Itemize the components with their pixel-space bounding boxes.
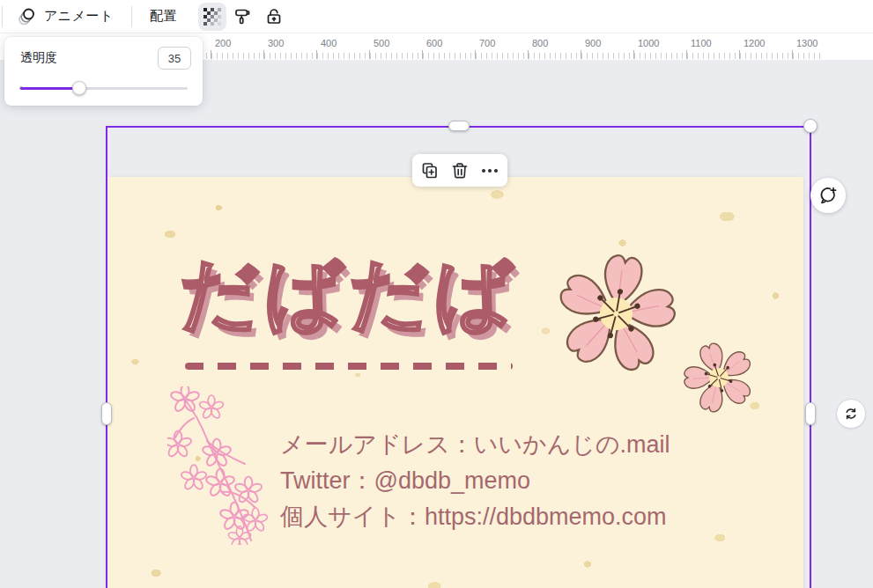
unlock-icon [264,7,284,26]
duplicate-icon [420,161,440,180]
top-toolbar: アニメート 配置 [0,0,873,33]
add-comment-button[interactable] [810,178,846,213]
flower-branch-lineart [167,386,273,545]
canvas-workspace[interactable]: だばだば [0,60,873,588]
rotate-button[interactable] [836,399,866,429]
ruler-label: 300 [268,38,284,48]
selection-handle-top[interactable] [448,121,470,131]
duplicate-button[interactable] [416,157,444,184]
more-options-button[interactable] [476,157,504,184]
sakura-flower-large [537,235,696,393]
decorative-dashed-line [185,363,513,370]
design-page[interactable]: だばだば [107,177,803,588]
more-options-icon [482,169,498,173]
ruler-label: 1100 [691,38,712,48]
card-title-text[interactable]: だばだば [180,249,518,338]
contact-line-email[interactable]: メールアドレス：いいかんじの.mail [280,427,670,463]
transparency-button[interactable] [198,3,226,31]
comment-add-icon [818,185,839,206]
slider-thumb[interactable] [72,81,86,95]
paint-roller-button[interactable] [229,3,257,31]
animate-button[interactable]: アニメート [10,3,121,31]
sakura-flower-small [668,327,770,429]
position-label: 配置 [150,8,177,25]
transparency-value-input[interactable] [158,47,191,70]
selection-handle-right[interactable] [805,402,816,425]
contact-text-block[interactable]: メールアドレス：いいかんじの.mail Twitter：@dbdb_memo 個… [280,427,670,535]
ruler-label: 500 [374,38,389,48]
ruler-label: 1200 [744,38,765,48]
selection-handle-top-right[interactable] [803,119,818,133]
slider-fill [20,87,79,90]
ruler-minor-ticks [206,53,825,59]
ruler-label: 800 [532,38,548,48]
design-editor: アニメート 配置 [0,0,873,588]
transparency-checker-icon [203,8,221,26]
delete-button[interactable] [446,157,474,184]
contact-line-twitter[interactable]: Twitter：@dbdb_memo [280,463,670,499]
lock-button[interactable] [260,3,288,31]
ruler-label: 700 [479,38,495,48]
ruler-label: 600 [426,38,442,48]
selection-border-left [106,126,107,588]
trash-icon [450,161,470,180]
ruler-label: 900 [585,38,601,48]
ruler-label: 1000 [638,38,659,48]
selection-handle-left[interactable] [101,402,112,425]
transparency-slider[interactable] [20,81,188,95]
toolbar-divider [2,6,3,27]
contact-line-website[interactable]: 個人サイト：https://dbdbmemo.com [280,499,670,535]
paint-roller-icon [233,7,253,26]
position-button[interactable]: 配置 [143,3,184,31]
transparency-label: 透明度 [20,50,57,66]
ruler-label: 1300 [796,38,818,48]
animate-icon [17,6,38,27]
context-toolbar [412,154,507,187]
ruler-label: 400 [321,38,337,48]
transparency-popover: 透明度 [4,37,203,106]
rotate-icon [843,406,859,422]
ruler-label: 200 [215,38,231,48]
toolbar-divider [131,6,132,27]
animate-label: アニメート [44,8,114,25]
